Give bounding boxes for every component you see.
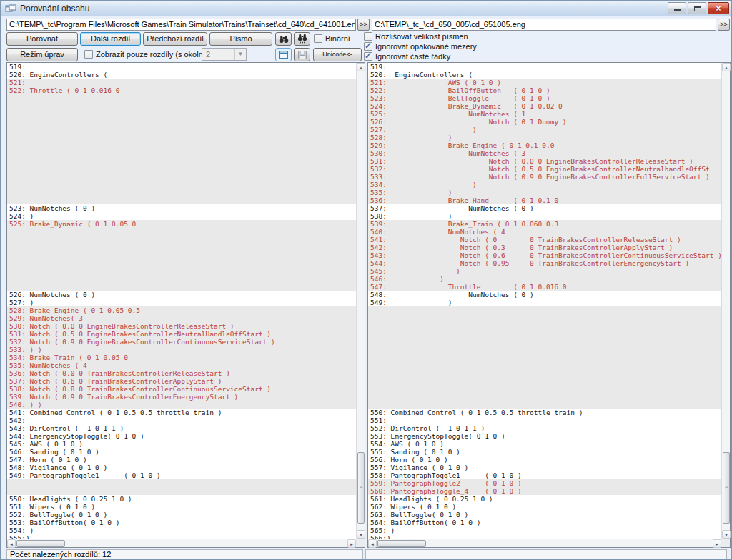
right-horizontal-scrollbar[interactable]: ◄ ► (368, 539, 721, 547)
code-line: 539: Brake_Train ( 0 1 0.060 0.3 (368, 220, 721, 228)
right-path-field[interactable]: C:\TEMP\_tc_\cd_650_005\cd_651005.eng (372, 19, 716, 31)
binary-checkbox-label: Binární (325, 34, 350, 43)
code-line (368, 330, 721, 338)
code-line: 545: ) (368, 267, 721, 275)
left-vscroll-thumb[interactable]: ≡ (357, 452, 365, 524)
code-line (7, 94, 356, 102)
code-line: 525: NumNotches ( 1 (368, 110, 721, 118)
code-line (7, 157, 356, 165)
code-line (368, 306, 721, 314)
code-line (368, 369, 721, 377)
case-sensitive-checkbox-box[interactable] (364, 32, 372, 41)
ignore-frequent-lines-checkbox[interactable]: Ignorovat časté řádky (364, 52, 450, 61)
code-line (7, 228, 356, 236)
code-line: 519: (368, 63, 721, 71)
scroll-up-icon[interactable]: ▲ (357, 63, 365, 71)
code-line: 531: Notch ( 0.0 0 EngineBrakesControlle… (368, 157, 721, 165)
code-line: 551: Wipers ( 0 1 0 ) (7, 503, 356, 511)
unicode-conversion-button[interactable]: Unicode<->Unicode (313, 48, 362, 61)
code-line: 546: Sanding ( 0 1 0 ) (7, 448, 356, 456)
code-line: 549: PantographToggle1 ( 0 1 0 ) (7, 471, 356, 479)
chevron-down-icon: ▼ (234, 49, 246, 60)
panel-layout-button[interactable] (275, 48, 292, 61)
minimize-button[interactable] (668, 2, 686, 14)
ignore-frequent-lines-checkbox-box[interactable] (364, 52, 372, 61)
code-line (368, 338, 721, 346)
code-line (7, 141, 356, 149)
code-line (7, 267, 356, 275)
code-line (368, 361, 721, 369)
code-line (7, 259, 356, 267)
font-button[interactable]: Písmo (209, 32, 272, 46)
code-line: 532: Notch ( 0.9 0 EngineBrakesControlle… (7, 338, 356, 346)
context-lines-dropdown[interactable]: 2 ▼ (202, 48, 247, 61)
scroll-up-icon[interactable]: ▲ (722, 63, 731, 71)
edit-mode-button[interactable]: Režim úprav (6, 48, 78, 61)
ignore-repeated-spaces-checkbox-box[interactable] (364, 42, 372, 51)
code-line: 554: AWS ( 0 1 0 ) (368, 440, 721, 448)
case-sensitive-checkbox[interactable]: Rozlišovat velikost písmen (364, 32, 468, 41)
binary-checkbox-box[interactable] (314, 34, 322, 43)
ignore-repeated-spaces-label: Ignorovat opakované mezery (375, 42, 477, 51)
code-line: 556: Horn ( 0 1 0 ) (368, 456, 721, 464)
scroll-right-icon[interactable]: ► (347, 539, 356, 548)
code-line (368, 393, 721, 401)
code-line: 551: (368, 416, 721, 424)
right-vertical-scrollbar[interactable]: ▲ ≡ ▼ (721, 63, 730, 539)
compare-button[interactable]: Porovnat (6, 32, 78, 46)
code-line: 536: Notch ( 0.0 0 TrainBrakesController… (7, 369, 356, 377)
left-horizontal-scrollbar[interactable]: ◄ ► (7, 539, 356, 547)
left-code-area[interactable]: 519:520: EngineControllers (521:522: Thr… (7, 63, 356, 539)
code-line: 550: Combined_Control ( 0 1 0.5 0.5 thro… (368, 409, 721, 416)
previous-difference-button[interactable]: Předchozí rozdíl (143, 32, 207, 46)
scroll-right-icon[interactable]: ► (713, 539, 721, 548)
code-line: 539: Notch ( 0.9 0 TrainBrakesController… (7, 393, 356, 401)
code-line (7, 236, 356, 244)
code-line: 553: EmergencyStopToggle( 0 1 0 ) (368, 432, 721, 440)
code-line: 553: BailOffButton( 0 1 0 ) (7, 519, 356, 526)
code-line: 552: BellToggle( 0 1 0 ) (7, 511, 356, 519)
code-line (7, 134, 356, 141)
code-line: 530: NumNotches ( 3 (368, 149, 721, 157)
code-line: 522: BailOffButton ( 0 1 0 ) (368, 86, 721, 94)
scroll-left-icon[interactable]: ◄ (368, 539, 377, 548)
code-line: 542: Notch ( 0.3 0 TrainBrakesController… (368, 244, 721, 251)
ignore-frequent-lines-label: Ignorovat časté řádky (375, 52, 450, 61)
right-hscroll-thumb[interactable] (377, 540, 426, 547)
ignore-repeated-spaces-checkbox[interactable]: Ignorovat opakované mezery (364, 42, 477, 51)
code-line: 527: ) (7, 299, 356, 306)
code-line: 549: ) (368, 299, 721, 306)
find-button[interactable] (275, 32, 292, 46)
status-differences-count: Počet nalezených rozdílů: 12 (6, 549, 363, 559)
window-layout-icon (279, 51, 288, 59)
left-path-history-button[interactable]: >> (357, 19, 370, 31)
maximize-button[interactable] (688, 2, 706, 14)
code-line (7, 244, 356, 251)
right-path-history-button[interactable]: >> (718, 19, 730, 31)
scroll-left-icon[interactable]: ◄ (7, 539, 16, 548)
binary-checkbox[interactable]: Binární (314, 34, 350, 43)
scroll-down-icon[interactable]: ▼ (357, 530, 365, 539)
code-line: 523: BellToggle ( 0 1 0 ) (368, 94, 721, 102)
save-button[interactable] (294, 48, 310, 61)
code-line (7, 487, 356, 495)
left-hscroll-thumb[interactable] (16, 540, 65, 547)
window-title: Porovnání obsahu (20, 4, 89, 14)
code-line: 563: BellToggle( 0 1 0 ) (368, 511, 721, 519)
code-line: 537: Notch ( 0.6 0 TrainBrakesController… (7, 377, 356, 385)
left-vertical-scrollbar[interactable]: ▲ ≡ ▼ (356, 63, 365, 539)
code-line: 544: EmergencyStopToggle( 0 1 0 ) (7, 432, 356, 440)
code-line: 540: NumNotches ( 4 (368, 228, 721, 236)
code-line: 555: Sanding ( 0 1 0 ) (368, 448, 721, 456)
next-difference-button[interactable]: Další rozdíl (80, 32, 141, 46)
find-next-button[interactable] (294, 32, 310, 46)
titlebar[interactable]: Porovnání obsahu × (1, 1, 731, 16)
right-vscroll-thumb[interactable]: ≡ (723, 452, 730, 524)
code-line: 538: ) (368, 212, 721, 220)
show-only-differences-checkbox-box[interactable] (84, 50, 93, 59)
scroll-down-icon[interactable]: ▼ (722, 530, 731, 539)
right-code-area[interactable]: 519:520: EngineControllers (521: AWS ( 0… (368, 63, 721, 539)
close-button[interactable]: × (708, 2, 729, 14)
left-path-field[interactable]: C:\TEMP\_tc\Program Files\Microsoft Game… (6, 19, 356, 31)
maximize-icon (694, 6, 701, 11)
